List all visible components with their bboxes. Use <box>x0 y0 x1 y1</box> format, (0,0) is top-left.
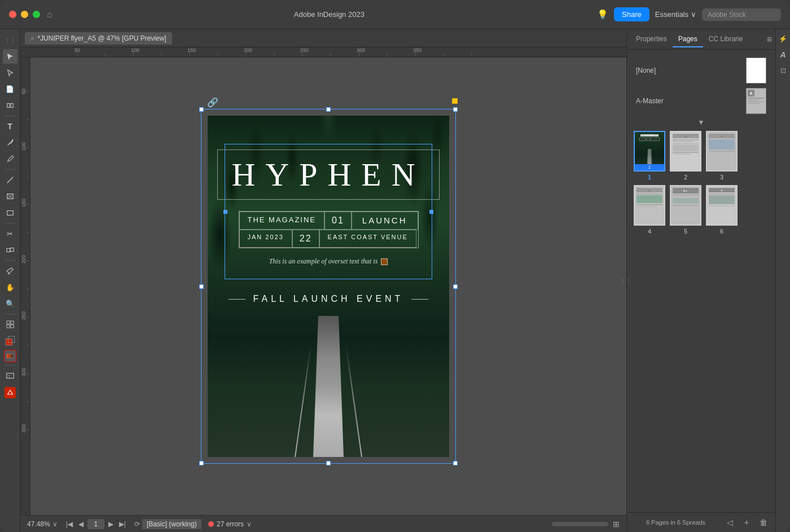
svg-rect-14 <box>6 339 12 345</box>
svg-text:350: 350 <box>413 47 422 53</box>
home-icon[interactable]: ⌂ <box>47 10 52 20</box>
inner-handle-right[interactable] <box>429 210 433 214</box>
layers-icon[interactable]: ⊡ <box>777 64 789 77</box>
inner-handle-left[interactable] <box>223 210 227 214</box>
close-button[interactable] <box>9 11 16 18</box>
page-number-input[interactable] <box>87 519 104 529</box>
eyedropper-tool[interactable] <box>3 263 17 278</box>
panel-delete-page[interactable]: 🗑 <box>757 516 770 529</box>
last-page-button[interactable]: ▶| <box>117 520 128 528</box>
overset-text-area: This is an example of overset text that … <box>269 257 388 266</box>
gradient-tool[interactable] <box>4 350 16 362</box>
lightbulb-icon[interactable]: 💡 <box>597 9 608 20</box>
essentials-button[interactable]: Essentials ∨ <box>655 10 696 19</box>
titlebar-right: 💡 Share Essentials ∨ <box>597 7 781 21</box>
text-frame-tool[interactable]: T <box>3 368 17 383</box>
prev-page-button[interactable]: ◀ <box>77 520 85 528</box>
page-item-1[interactable]: HYPHEN Mag 01 LAUNCH <box>634 131 665 181</box>
text-tool[interactable]: T <box>3 119 17 134</box>
page-tool[interactable]: 📄 <box>3 82 17 96</box>
gap-tool[interactable] <box>3 98 17 113</box>
page-thumb-6[interactable]: A <box>706 185 738 226</box>
status-bar: 47.48% ∨ |◀ ◀ ▶ ▶| ⟳ [Basic] (working) <box>20 515 626 532</box>
document-wrapper: 🔗 <box>202 110 455 463</box>
preflight-icon[interactable]: ⟳ <box>134 520 140 528</box>
rectangle-tool[interactable] <box>3 205 17 220</box>
error-count: 27 errors <box>217 520 244 528</box>
handle-middle-left[interactable] <box>199 284 204 289</box>
tab-close-icon[interactable]: × <box>30 35 34 42</box>
document-tab[interactable]: × *JUNIPER flyer_A5 @ 47% [GPU Preview] <box>25 32 172 45</box>
a-master-item[interactable]: A-Master A <box>631 86 771 116</box>
svg-rect-9 <box>10 248 14 252</box>
collapse-icon[interactable]: ⋮⋮ <box>3 33 17 47</box>
handle-bottom-left[interactable] <box>199 461 204 465</box>
canvas[interactable]: 🔗 <box>30 58 626 515</box>
panel-collapse-handle[interactable]: ⋮⋮ <box>620 278 631 284</box>
zoom-dropdown-icon[interactable]: ∨ <box>52 520 58 528</box>
error-indicator[interactable]: 27 errors ∨ <box>208 520 252 528</box>
event-line-left <box>229 299 245 300</box>
profile-selector[interactable]: [Basic] (working) <box>142 519 201 529</box>
pen-tool[interactable] <box>3 135 17 150</box>
page-thumb-3[interactable]: A <box>706 131 738 172</box>
frame-grid-tool[interactable] <box>3 317 17 332</box>
none-master-item[interactable]: [None] <box>631 55 771 86</box>
apply-color-tool[interactable] <box>3 333 17 348</box>
panel-add-page[interactable]: + <box>740 516 753 529</box>
first-page-button[interactable]: |◀ <box>64 520 74 528</box>
panel-navigate-back[interactable]: ◁ <box>723 516 736 529</box>
page-thumb-5[interactable]: A+ <box>670 185 701 226</box>
panel-menu-button[interactable]: ≡ <box>767 34 772 45</box>
tab-pages[interactable]: Pages <box>673 32 703 47</box>
selection-tool[interactable] <box>3 49 17 64</box>
view-toggle-icon[interactable]: ⊞ <box>613 520 620 529</box>
a-master-thumb: A <box>746 88 766 114</box>
svg-rect-8 <box>6 248 10 252</box>
handle-middle-right[interactable] <box>453 284 458 289</box>
preflight-control: ⟳ [Basic] (working) <box>134 519 201 529</box>
text-style-icon[interactable]: A <box>777 49 789 61</box>
next-page-button[interactable]: ▶ <box>107 520 115 528</box>
page-item-4[interactable]: A 4 <box>634 185 665 235</box>
pencil-tool[interactable] <box>3 152 17 166</box>
page-thumb-4[interactable]: A <box>634 185 665 226</box>
hand-tool[interactable]: ✋ <box>3 280 17 294</box>
zoom-level: 47.48% <box>27 520 50 528</box>
pages-separator: ▼ <box>631 118 771 126</box>
page-thumb-2[interactable]: A <box>670 131 701 172</box>
svg-text:300: 300 <box>21 368 27 376</box>
handle-top-left[interactable] <box>199 107 204 112</box>
maximize-button[interactable] <box>33 11 40 18</box>
stock-search-input[interactable] <box>702 8 781 21</box>
scroll-bar[interactable] <box>552 522 608 526</box>
tab-properties[interactable]: Properties <box>630 32 673 47</box>
transform-tool[interactable] <box>3 243 17 257</box>
direct-selection-tool[interactable] <box>3 65 17 80</box>
svg-text:300: 300 <box>357 47 365 53</box>
page-4-number: 4 <box>648 228 651 235</box>
right-icons-column: ⚡ A ⊡ <box>775 29 790 532</box>
minimize-button[interactable] <box>21 11 28 18</box>
zoom-tool[interactable]: 🔍 <box>3 296 17 311</box>
handle-bottom-right[interactable] <box>453 461 458 465</box>
error-dropdown-icon[interactable]: ∨ <box>247 520 252 528</box>
handle-top-right[interactable] <box>453 107 458 112</box>
page-item-5[interactable]: A+ 5 <box>670 185 701 235</box>
page-thumb-1[interactable]: HYPHEN Mag 01 LAUNCH <box>634 131 665 172</box>
page-item-6[interactable]: A 6 <box>706 185 738 235</box>
zoom-control[interactable]: 47.48% ∨ <box>27 520 58 528</box>
transform-corner-icon[interactable] <box>452 98 458 104</box>
handle-bottom-middle[interactable] <box>326 461 331 465</box>
flyer-document[interactable]: HYPHEN The Magazine 01 LAUNCH <box>208 116 449 457</box>
tab-cc-libraries[interactable]: CC Librarie <box>703 32 749 47</box>
rectangle-frame-tool[interactable] <box>3 189 17 204</box>
scissors-tool[interactable]: ✂ <box>3 226 17 241</box>
bottom-tool[interactable] <box>5 387 16 398</box>
share-button[interactable]: Share <box>614 7 649 21</box>
lightning-icon[interactable]: ⚡ <box>777 33 789 45</box>
handle-top-middle[interactable] <box>326 107 331 112</box>
line-tool[interactable] <box>3 173 17 187</box>
page-item-3[interactable]: A 3 <box>706 131 738 181</box>
page-item-2[interactable]: A 2 <box>670 131 701 181</box>
